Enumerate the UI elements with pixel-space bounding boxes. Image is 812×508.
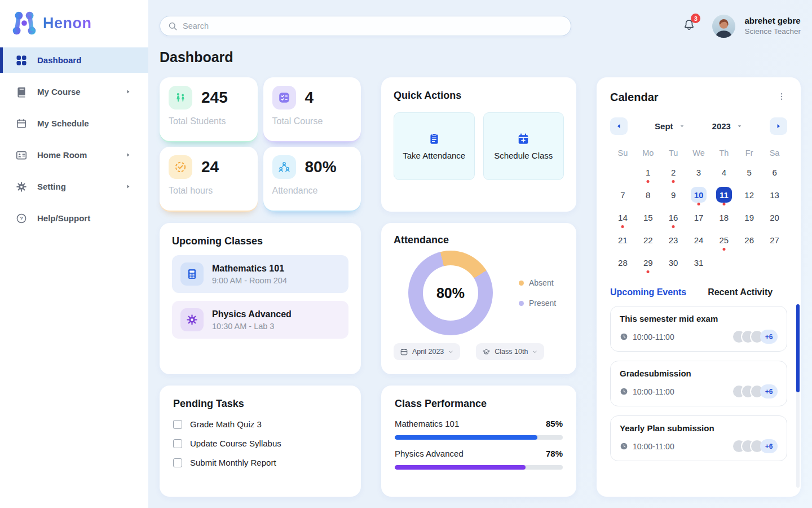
quick-action-label: Take Attendance bbox=[403, 151, 465, 160]
tab-upcoming-events[interactable]: Upcoming Events bbox=[610, 287, 686, 297]
calendar-day-20[interactable]: 20 bbox=[762, 206, 787, 229]
sidebar-item-help-support[interactable]: ?Help/Support bbox=[0, 205, 148, 231]
event-dot bbox=[621, 225, 624, 228]
calendar-day-5[interactable]: 5 bbox=[736, 161, 762, 183]
day-number: 29 bbox=[640, 255, 656, 270]
attendance-legend: AbsentPresent bbox=[519, 278, 556, 308]
kebab-menu-icon[interactable] bbox=[776, 91, 787, 102]
calendar-day-8[interactable]: 8 bbox=[636, 183, 661, 206]
calendar-year-select[interactable]: 2023 bbox=[712, 121, 743, 131]
calendar-day-10[interactable]: 10 bbox=[686, 183, 712, 206]
calendar-day-headers: SuMoTuWeThFrSa bbox=[610, 148, 787, 157]
svg-text:?: ? bbox=[20, 215, 23, 221]
sidebar-nav: DashboardMy CourseMy ScheduleHome RoomSe… bbox=[0, 47, 148, 231]
sidebar-item-label: Help/Support bbox=[37, 213, 90, 223]
day-number: 20 bbox=[767, 209, 783, 225]
calendar-day-2[interactable]: 2 bbox=[661, 161, 686, 183]
events-tabs: Upcoming EventsRecent Activity bbox=[610, 287, 787, 297]
take-attendance-button[interactable]: Take Attendance bbox=[394, 112, 475, 180]
day-header-sa: Sa bbox=[762, 148, 787, 157]
progress-bar bbox=[395, 465, 563, 470]
calendar-day-23[interactable]: 23 bbox=[661, 229, 686, 251]
day-number: 1 bbox=[640, 164, 656, 180]
event-card-yearly-plan-submission[interactable]: Yearly Plan submission10:00-11:00+6 bbox=[610, 415, 787, 461]
calendar-day-11[interactable]: 11 bbox=[711, 183, 736, 206]
filter-label: Class 10th bbox=[495, 348, 528, 356]
task-checkbox[interactable] bbox=[173, 458, 182, 467]
class-10th-dropdown[interactable]: Class 10th bbox=[476, 343, 544, 360]
calendar-day-26[interactable]: 26 bbox=[736, 229, 762, 251]
event-card-gradesubmission[interactable]: Gradesubmission10:00-11:00+6 bbox=[610, 361, 787, 406]
class-name: Physics Advanced bbox=[212, 309, 292, 319]
attendance-body: 80% AbsentPresent bbox=[394, 251, 564, 335]
calendar-day-3[interactable]: 3 bbox=[686, 161, 712, 183]
sidebar-item-setting[interactable]: Setting bbox=[0, 174, 148, 199]
tab-recent-activity[interactable]: Recent Activity bbox=[708, 287, 773, 297]
upcoming-classes-title: Upcoming Classes bbox=[172, 235, 348, 247]
chevron-right-icon bbox=[125, 89, 131, 95]
scrollbar-thumb[interactable] bbox=[796, 304, 800, 392]
topbar-right: 3 abrehet gebre Science Teacher bbox=[683, 15, 801, 38]
class-time: 10:30 AM - Lab 3 bbox=[212, 322, 292, 331]
calendar-day-14[interactable]: 14 bbox=[610, 206, 636, 229]
quick-actions-card: Quick Actions Take AttendanceSchedule Cl… bbox=[381, 77, 576, 212]
day-number: 23 bbox=[665, 232, 681, 248]
class-item-physics-advanced[interactable]: Physics Advanced10:30 AM - Lab 3 bbox=[172, 301, 348, 339]
calendar-day-19[interactable]: 19 bbox=[736, 206, 762, 229]
event-card-this-semester-mid-exam[interactable]: This semester mid exam10:00-11:00+6 bbox=[610, 306, 787, 352]
calendar-day-1[interactable]: 1 bbox=[636, 161, 661, 183]
sidebar-item-my-course[interactable]: My Course bbox=[0, 79, 148, 104]
calendar-day-15[interactable]: 15 bbox=[636, 206, 661, 229]
task-checkbox[interactable] bbox=[173, 439, 182, 448]
calendar-prev-button[interactable] bbox=[610, 117, 628, 135]
sidebar: Henon DashboardMy CourseMy ScheduleHome … bbox=[0, 0, 148, 508]
calendar-day-4[interactable]: 4 bbox=[711, 161, 736, 183]
calendar-day-16[interactable]: 16 bbox=[661, 206, 686, 229]
calendar-day-29[interactable]: 29 bbox=[636, 251, 661, 274]
clipboard-icon bbox=[428, 133, 440, 145]
calendar-day-24[interactable]: 24 bbox=[686, 229, 712, 251]
task-checkbox[interactable] bbox=[173, 420, 182, 429]
class-item-mathematics-101[interactable]: Mathematics 1019:00 AM - Room 204 bbox=[172, 255, 348, 293]
calendar-day-22[interactable]: 22 bbox=[636, 229, 661, 251]
calendar-day-21[interactable]: 21 bbox=[610, 229, 636, 251]
day-number: 28 bbox=[615, 255, 630, 270]
event-dot bbox=[647, 270, 650, 273]
schedule-class-button[interactable]: Schedule Class bbox=[483, 112, 564, 180]
sidebar-item-home-room[interactable]: Home Room bbox=[0, 142, 148, 168]
calendar-nav: Sept 2023 bbox=[610, 117, 787, 135]
chevron-down-icon bbox=[679, 123, 685, 129]
notifications-button[interactable]: 3 bbox=[683, 19, 695, 33]
course-icon bbox=[272, 86, 296, 110]
calendar-next-button[interactable] bbox=[770, 117, 787, 135]
calendar-day-31[interactable]: 31 bbox=[686, 251, 712, 274]
event-dot bbox=[722, 203, 725, 205]
april-2023-dropdown[interactable]: April 2023 bbox=[394, 343, 460, 360]
calendar-day-9[interactable]: 9 bbox=[661, 183, 686, 206]
sidebar-item-dashboard[interactable]: Dashboard bbox=[0, 47, 148, 73]
calendar-day-13[interactable]: 13 bbox=[762, 183, 787, 206]
user-avatar[interactable] bbox=[712, 15, 735, 38]
sidebar-item-my-schedule[interactable]: My Schedule bbox=[0, 111, 148, 136]
calendar-day-18[interactable]: 18 bbox=[711, 206, 736, 229]
app-root: Henon DashboardMy CourseMy ScheduleHome … bbox=[0, 0, 812, 508]
day-number: 24 bbox=[691, 232, 707, 248]
gear-icon bbox=[16, 181, 28, 193]
calendar-day-7[interactable]: 7 bbox=[610, 183, 636, 206]
dashboard-grid: 245Total Students4Total Course24Total ho… bbox=[160, 77, 801, 497]
calendar-day-17[interactable]: 17 bbox=[686, 206, 712, 229]
calendar-day-6[interactable]: 6 bbox=[762, 161, 787, 183]
day-number: 26 bbox=[742, 232, 757, 248]
calendar-month-select[interactable]: Sept bbox=[655, 121, 685, 131]
calendar-day-30[interactable]: 30 bbox=[661, 251, 686, 274]
calendar-day-28[interactable]: 28 bbox=[610, 251, 636, 274]
user-meta[interactable]: abrehet gebre Science Teacher bbox=[744, 15, 801, 37]
search-input[interactable] bbox=[183, 21, 563, 30]
calendar-day-27[interactable]: 27 bbox=[762, 229, 787, 251]
stat-label: Total hours bbox=[169, 186, 249, 196]
calendar-day-12[interactable]: 12 bbox=[736, 183, 762, 206]
performance-row-physics-advanced: Physics Advanced78% bbox=[395, 449, 563, 470]
calendar-day-25[interactable]: 25 bbox=[711, 229, 736, 251]
calendar-header: Calendar bbox=[610, 91, 787, 104]
stat-label: Attendance bbox=[272, 186, 352, 196]
